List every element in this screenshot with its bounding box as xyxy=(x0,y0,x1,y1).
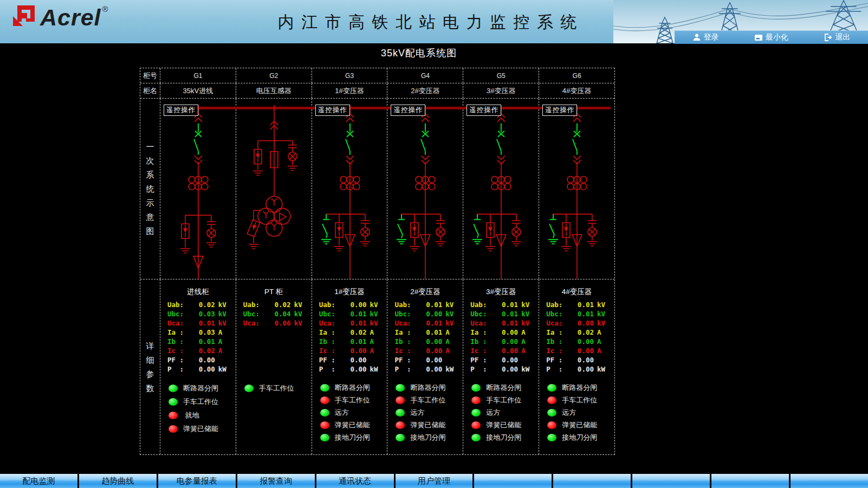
transformer-feeder-diagram xyxy=(387,99,463,279)
system-diagram-table: 柜号 G1G2G3G4G5G6 柜名 35kV进线电压互感器1#变压器2#变压器… xyxy=(140,68,615,455)
nav-item-电参量报表[interactable]: 电参量报表 xyxy=(158,474,236,488)
status-light-green xyxy=(396,434,405,441)
exit-label: 退出 xyxy=(835,32,850,42)
remote-operate-button-G1[interactable]: 遥控操作 xyxy=(164,105,198,116)
params-row-label: 详细参数 xyxy=(146,342,154,392)
nav-item-配电监测[interactable]: 配电监测 xyxy=(0,474,77,488)
param-row-Ib: Ib :0.01A xyxy=(319,337,384,346)
nav-item-empty-6[interactable] xyxy=(474,474,552,488)
nav-item-empty-9[interactable] xyxy=(711,474,789,488)
row-label-cabinet-name: 柜名 xyxy=(140,83,160,98)
status-light-green xyxy=(547,409,556,417)
page-title: 35kV配电系统图 xyxy=(0,47,838,60)
param-row-Ia: Ia :0.03A xyxy=(167,328,232,337)
status-light-red xyxy=(396,396,405,404)
param-row-Uab: Uab:0.02kV xyxy=(243,300,308,309)
param-row-Ubc: Ubc:0.03kV xyxy=(167,309,232,318)
remote-operate-button-G6[interactable]: 遥控操作 xyxy=(542,105,577,116)
login-button[interactable]: 登录 xyxy=(692,32,719,42)
param-list: Uab:0.02kVUbc:0.03kVUca:0.01kVIa :0.03AI… xyxy=(167,300,232,374)
logo-text: Acrel xyxy=(40,4,101,30)
param-row-Uab: Uab:0.01kV xyxy=(546,300,611,309)
status-light-red xyxy=(471,421,481,429)
nav-item-趋势曲线[interactable]: 趋势曲线 xyxy=(79,474,157,488)
app-title: 内 江 市 高 铁 北 站 电 力 监 控 系 统 xyxy=(233,11,623,34)
minimize-button[interactable]: 最小化 xyxy=(754,32,788,42)
status-light-green xyxy=(396,409,405,417)
param-row-Ic: Ic :0.00A xyxy=(470,346,535,355)
status-item: 断路器分闸 xyxy=(169,381,236,395)
status-item: 就地 xyxy=(169,408,236,422)
single-line-diagram-G5: 遥控操作 xyxy=(463,99,539,279)
status-item: 接地刀分闸 xyxy=(471,431,539,444)
scada-screen: Acrel ® 内 江 市 高 铁 北 站 电 力 监 控 系 统 登录最小化退… xyxy=(0,0,868,488)
status-item: 弹簧已储能 xyxy=(396,419,463,431)
single-line-diagram-G1: 遥控操作 xyxy=(160,99,236,279)
row-parameters: 详细参数 进线柜Uab:0.02kVUbc:0.03kVUca:0.01kVIa… xyxy=(140,279,614,454)
param-row-PF: PF :0.00 xyxy=(394,355,459,365)
cabinet-no-G3: G3 xyxy=(312,68,388,83)
status-light-green xyxy=(471,434,481,441)
status-item: 弹簧已储能 xyxy=(547,419,614,431)
param-row-Uca: Uca:0.01kV xyxy=(319,318,384,328)
remote-operate-button-G5[interactable]: 遥控操作 xyxy=(467,105,501,116)
exit-button[interactable]: 退出 xyxy=(824,32,850,42)
param-row-Ubc: Ubc:0.04kV xyxy=(243,309,308,318)
cabinet-no-G4: G4 xyxy=(387,68,463,83)
param-row-Uab: Uab:0.01kV xyxy=(470,300,535,309)
status-light-green xyxy=(471,384,481,392)
transformer-feeder-diagram xyxy=(312,99,387,279)
status-light-green xyxy=(320,434,329,441)
diagram-row-label-cell: 一次系统示意图 xyxy=(140,99,160,279)
cabinet-name-G5: 3#变压器 xyxy=(463,83,539,98)
status-item: 断路器分闸 xyxy=(471,381,539,394)
status-light-red xyxy=(547,421,556,429)
nav-item-empty-10[interactable] xyxy=(791,474,868,488)
params-panel-G5: 3#变压器Uab:0.01kVUbc:0.01kVUca:0.01kVIa :0… xyxy=(463,279,539,454)
param-row-P: P :0.00kW xyxy=(167,365,232,374)
param-row-Ic: Ic :0.00A xyxy=(546,346,611,355)
remote-operate-button-G3[interactable]: 遥控操作 xyxy=(315,105,350,116)
app-header: Acrel ® 内 江 市 高 铁 北 站 电 力 监 控 系 统 登录最小化退… xyxy=(0,0,868,43)
cabinet-no-G1: G1 xyxy=(160,68,236,83)
status-item: 断路器分闸 xyxy=(320,381,387,394)
param-row-Ia: Ia :0.01A xyxy=(394,328,459,337)
param-row-Uca: Uca:0.01kV xyxy=(470,318,535,328)
single-line-diagram-G4: 遥控操作 xyxy=(387,99,463,279)
param-row-PF: PF :0.00 xyxy=(167,355,232,365)
cabinet-param-title: 进线柜 xyxy=(160,287,236,297)
cabinet-name-G2: 电压互感器 xyxy=(236,83,312,98)
nav-item-用户管理[interactable]: 用户管理 xyxy=(396,474,473,488)
cabinet-name-G1: 35kV进线 xyxy=(160,83,236,98)
bottom-nav: 配电监测趋势曲线电参量报表报警查询通讯状态用户管理 xyxy=(0,474,868,488)
nav-item-empty-7[interactable] xyxy=(553,474,631,488)
cabinet-param-title: 3#变压器 xyxy=(463,287,539,297)
param-row-Ubc: Ubc:0.01kV xyxy=(470,309,535,318)
param-row-P: P :0.00kW xyxy=(319,365,384,374)
param-row-Uca: Uca:0.01kV xyxy=(167,318,232,328)
param-row-Ib: Ib :0.01A xyxy=(167,337,232,346)
cabinet-no-G5: G5 xyxy=(463,68,539,83)
param-row-Uab: Uab:0.00kV xyxy=(319,300,384,309)
param-list: Uab:0.00kVUbc:0.01kVUca:0.01kVIa :0.02AI… xyxy=(319,300,384,374)
status-list: 断路器分闸手车工作位远方弹簧已储能接地刀分闸 xyxy=(396,381,463,444)
remote-operate-button-G4[interactable]: 遥控操作 xyxy=(391,105,425,116)
param-row-P: P :0.00kW xyxy=(546,365,611,374)
param-row-Ia: Ia :0.00A xyxy=(470,328,535,337)
acrel-logo: Acrel ® xyxy=(11,4,108,30)
status-light-red xyxy=(396,421,405,429)
pt-feeder-diagram xyxy=(236,99,312,279)
cabinet-param-title: 1#变压器 xyxy=(312,287,387,297)
nav-item-empty-8[interactable] xyxy=(632,474,710,488)
nav-item-报警查询[interactable]: 报警查询 xyxy=(237,474,315,488)
status-item: 断路器分闸 xyxy=(547,381,614,394)
status-light-green xyxy=(320,409,329,417)
status-light-red xyxy=(547,396,556,404)
param-list: Uab:0.01kVUbc:0.01kVUca:0.01kVIa :0.00AI… xyxy=(470,300,535,374)
param-row-Ib: Ib :0.00A xyxy=(546,337,611,346)
status-item: 远方 xyxy=(396,406,463,419)
status-item: 断路器分闸 xyxy=(396,381,463,394)
transformer-feeder-diagram xyxy=(539,99,614,279)
single-line-diagram-G3: 遥控操作 xyxy=(312,99,388,279)
nav-item-通讯状态[interactable]: 通讯状态 xyxy=(316,474,394,488)
